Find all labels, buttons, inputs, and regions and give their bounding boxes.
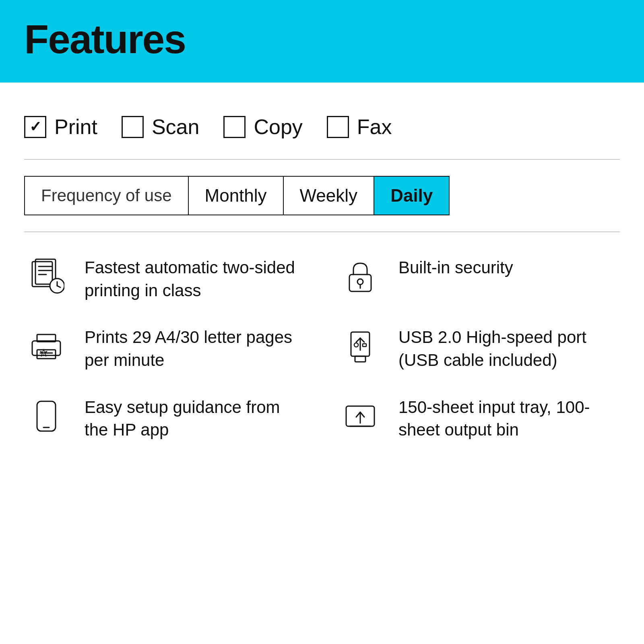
security-svg: [342, 258, 378, 295]
svg-rect-21: [363, 344, 366, 347]
svg-rect-8: [349, 275, 371, 291]
printer-icon: [24, 328, 68, 364]
phone-icon: [24, 398, 68, 434]
feature-security-text: Built-in security: [398, 256, 513, 279]
header-banner: Features: [0, 0, 644, 83]
phone-svg: [28, 398, 64, 434]
feature-fast-print: Fastest automatic two-sided printing in …: [24, 256, 306, 302]
feature-app-text: Easy setup guidance from the HP app: [85, 396, 306, 442]
checkbox-copy-label: Copy: [254, 115, 302, 139]
feature-ppm: Prints 29 A4/30 letter pages per minute: [24, 326, 306, 372]
usb-icon: [338, 328, 382, 364]
feature-usb-text: USB 2.0 High-speed port (USB cable inclu…: [398, 326, 620, 372]
fast-print-svg: [28, 258, 64, 295]
frequency-monthly[interactable]: Monthly: [189, 177, 284, 215]
frequency-daily[interactable]: Daily: [374, 177, 449, 215]
checkbox-scan-box[interactable]: [122, 116, 144, 138]
main-content: Print Scan Copy Fax Frequency of use Mon…: [0, 83, 644, 462]
svg-rect-13: [37, 350, 56, 359]
frequency-selector: Frequency of use Monthly Weekly Daily: [24, 176, 450, 215]
checkbox-copy[interactable]: Copy: [223, 115, 302, 139]
checkbox-fax-box[interactable]: [327, 116, 349, 138]
page-title: Features: [24, 16, 620, 62]
checkboxes-row: Print Scan Copy Fax: [24, 103, 620, 155]
feature-fast-print-text: Fastest automatic two-sided printing in …: [85, 256, 306, 302]
tray-svg: [342, 398, 378, 434]
printer-svg: [28, 328, 64, 364]
divider-1: [24, 159, 620, 160]
checkbox-copy-box[interactable]: [223, 116, 246, 138]
divider-2: [24, 231, 620, 232]
checkbox-print[interactable]: Print: [24, 115, 97, 139]
svg-rect-22: [37, 401, 56, 431]
svg-point-20: [354, 343, 358, 347]
checkbox-scan[interactable]: Scan: [122, 115, 200, 139]
feature-app: Easy setup guidance from the HP app: [24, 396, 306, 442]
frequency-weekly[interactable]: Weekly: [284, 177, 374, 215]
feature-usb: USB 2.0 High-speed port (USB cable inclu…: [338, 326, 620, 372]
checkbox-fax-label: Fax: [357, 115, 392, 139]
frequency-label: Frequency of use: [25, 177, 189, 215]
checkbox-print-label: Print: [54, 115, 97, 139]
svg-point-9: [357, 279, 363, 285]
checkbox-fax[interactable]: Fax: [327, 115, 392, 139]
feature-tray-text: 150-sheet input tray, 100-sheet output b…: [398, 396, 620, 442]
svg-rect-16: [355, 356, 365, 362]
checkbox-print-box[interactable]: [24, 116, 46, 138]
feature-ppm-text: Prints 29 A4/30 letter pages per minute: [85, 326, 306, 372]
usb-svg: [342, 328, 378, 364]
security-icon: [338, 258, 382, 295]
checkbox-scan-label: Scan: [152, 115, 200, 139]
tray-icon: [338, 398, 382, 434]
feature-security: Built-in security: [338, 256, 620, 302]
feature-tray: 150-sheet input tray, 100-sheet output b…: [338, 396, 620, 442]
features-grid: Fastest automatic two-sided printing in …: [24, 256, 620, 442]
fast-print-icon: [24, 258, 68, 295]
